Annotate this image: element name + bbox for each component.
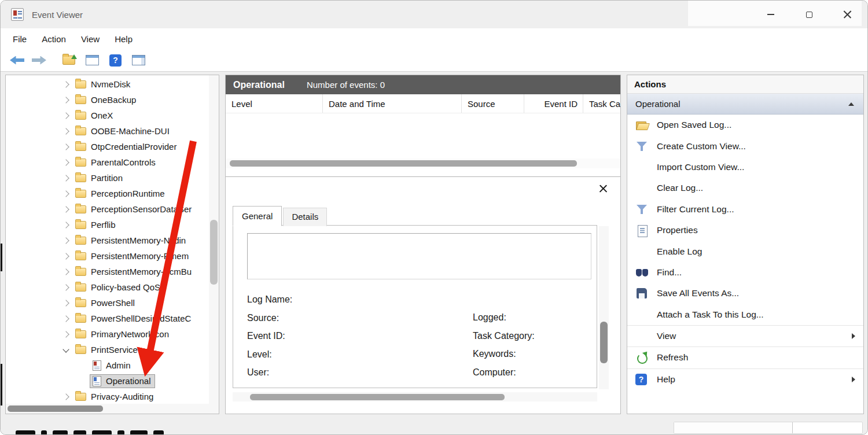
tree-item-body: Privacy-Auditing: [73, 390, 157, 403]
preview-horizontal-scrollbar[interactable]: [233, 392, 597, 401]
tree-item-powershell[interactable]: PowerShell: [6, 295, 219, 311]
tree-item-persistentmemory-pmem[interactable]: PersistentMemory-Pmem: [6, 248, 219, 264]
toolbar-help-icon[interactable]: ?: [109, 54, 122, 67]
minimize-icon: [767, 14, 774, 15]
minimize-button[interactable]: [752, 1, 790, 28]
close-preview-icon[interactable]: [599, 185, 608, 193]
action-create-custom-view[interactable]: Create Custom View...: [627, 135, 863, 156]
chevron-right-icon[interactable]: [61, 80, 71, 89]
close-icon: [843, 10, 852, 19]
tree-item-label: Operational: [106, 376, 151, 386]
column-header-task-ca[interactable]: Task Ca: [583, 94, 620, 113]
tree-item-primarynetworkicon[interactable]: PrimaryNetworkIcon: [6, 326, 219, 342]
column-header-source[interactable]: Source: [462, 94, 524, 113]
actions-horizontal-scrollbar-thumb[interactable]: [674, 422, 793, 433]
tree-item-privacy-auditing[interactable]: Privacy-Auditing: [6, 389, 219, 404]
tree-vertical-scrollbar-thumb[interactable]: [210, 220, 218, 285]
forward-icon[interactable]: [32, 56, 46, 65]
tree-item-body: OneX: [73, 109, 116, 121]
action-help[interactable]: ?Help: [627, 369, 863, 390]
tree-item-perflib[interactable]: Perflib: [6, 217, 219, 233]
chevron-right-icon[interactable]: [61, 236, 71, 245]
action-clear-log[interactable]: Clear Log...: [627, 178, 863, 198]
action-view[interactable]: View: [627, 326, 863, 346]
icon-spacer: [635, 182, 649, 194]
preview-vertical-scrollbar[interactable]: [599, 226, 609, 389]
action-pane-icon[interactable]: [132, 55, 145, 65]
actions-section-header[interactable]: Operational: [627, 94, 863, 115]
chevron-right-icon[interactable]: [61, 174, 71, 183]
chevron-right-icon[interactable]: [61, 330, 71, 339]
tree-item-perceptionsensordataser[interactable]: PerceptionSensorDataSer: [6, 201, 219, 217]
console-tree-icon[interactable]: [86, 55, 99, 65]
chevron-right-icon[interactable]: [61, 127, 71, 136]
action-refresh[interactable]: Refresh: [627, 347, 863, 368]
collapse-icon[interactable]: [848, 102, 854, 106]
icon-spacer: [635, 330, 649, 342]
chevron-right-icon[interactable]: [61, 283, 71, 292]
chevron-right-icon[interactable]: [61, 205, 71, 214]
chevron-right-icon[interactable]: [61, 158, 71, 167]
column-header-level[interactable]: Level: [226, 94, 323, 113]
preview-horizontal-scrollbar-thumb[interactable]: [250, 394, 505, 400]
preview-vertical-scrollbar-thumb[interactable]: [600, 322, 608, 363]
tree-item-perceptionruntime[interactable]: PerceptionRuntime: [6, 186, 219, 201]
column-header-event-id[interactable]: Event ID: [524, 94, 583, 113]
column-header-date-and-time[interactable]: Date and Time: [323, 94, 462, 113]
tree-horizontal-scrollbar[interactable]: [6, 404, 219, 414]
tree-item-persistentmemory-nvdin[interactable]: PersistentMemory-Nvdin: [6, 233, 219, 248]
chevron-right-icon[interactable]: [61, 95, 71, 105]
event-table-horizontal-scrollbar[interactable]: [226, 158, 620, 168]
action-open-saved-log[interactable]: Open Saved Log...: [627, 115, 863, 135]
action-import-custom-view[interactable]: Import Custom View...: [627, 157, 863, 178]
chevron-right-icon[interactable]: [61, 111, 71, 120]
clipped-background-text-artifact: [16, 430, 166, 434]
action-save-all-events-as[interactable]: Save All Events As...: [627, 283, 863, 304]
chevron-right-icon[interactable]: [61, 392, 71, 401]
tree-item-persistentmemory-scmbu[interactable]: PersistentMemory-ScmBu: [6, 264, 219, 279]
back-icon[interactable]: [10, 56, 24, 65]
tree-item-body: OneBackup: [73, 94, 139, 106]
tab-general[interactable]: General: [233, 206, 282, 226]
tree-item-onebackup[interactable]: OneBackup: [6, 92, 219, 108]
chevron-right-icon[interactable]: [61, 189, 71, 198]
action-properties[interactable]: Properties: [627, 220, 863, 241]
tree-horizontal-scrollbar-thumb[interactable]: [8, 405, 103, 412]
tree-item-operational[interactable]: Operational: [6, 373, 219, 389]
folder-icon: [75, 112, 86, 120]
chevron-down-icon[interactable]: [61, 345, 71, 355]
tree-item-nvmedisk[interactable]: NvmeDisk: [6, 76, 219, 92]
tree-item-printservice[interactable]: PrintService: [6, 342, 219, 357]
tree-item-otpcredentialprovider[interactable]: OtpCredentialProvider: [6, 139, 219, 154]
tree-vertical-scrollbar[interactable]: [209, 75, 219, 404]
menu-help[interactable]: Help: [107, 31, 140, 47]
chevron-right-icon[interactable]: [61, 220, 71, 230]
chevron-right-icon[interactable]: [61, 298, 71, 308]
tree-item-oobe-machine-dui[interactable]: OOBE-Machine-DUI: [6, 123, 219, 139]
action-find[interactable]: Find...: [627, 262, 863, 283]
chevron-right-icon[interactable]: [61, 314, 71, 323]
menu-action[interactable]: Action: [34, 31, 73, 47]
tree-item-admin[interactable]: Admin: [6, 357, 219, 373]
action-item-label: Save All Events As...: [657, 288, 739, 298]
open-folder-icon[interactable]: [62, 56, 75, 65]
chevron-right-icon[interactable]: [61, 142, 71, 152]
tab-details[interactable]: Details: [283, 208, 327, 226]
event-table-horizontal-scrollbar-thumb[interactable]: [230, 160, 577, 167]
tree-item-parentalcontrols[interactable]: ParentalControls: [6, 154, 219, 170]
close-button[interactable]: [828, 1, 866, 28]
tree-item-partition[interactable]: Partition: [6, 170, 219, 186]
tree-item-powershelldesiredstatec[interactable]: PowerShellDesiredStateC: [6, 311, 219, 326]
chevron-right-icon[interactable]: [61, 252, 71, 261]
menu-file[interactable]: File: [5, 31, 34, 47]
menu-view[interactable]: View: [73, 31, 107, 47]
event-count: Number of events: 0: [307, 80, 385, 90]
action-enable-log[interactable]: Enable Log: [627, 241, 863, 261]
maximize-button[interactable]: [790, 1, 828, 28]
chevron-right-icon[interactable]: [61, 267, 71, 277]
tree-item-policy-based-qos[interactable]: Policy-based QoS: [6, 279, 219, 295]
action-filter-current-log[interactable]: Filter Current Log...: [627, 199, 863, 220]
action-attach-a-task-to-this-log[interactable]: Attach a Task To this Log...: [627, 304, 863, 325]
tree-item-onex[interactable]: OneX: [6, 108, 219, 123]
actions-horizontal-scrollbar[interactable]: [674, 422, 863, 434]
